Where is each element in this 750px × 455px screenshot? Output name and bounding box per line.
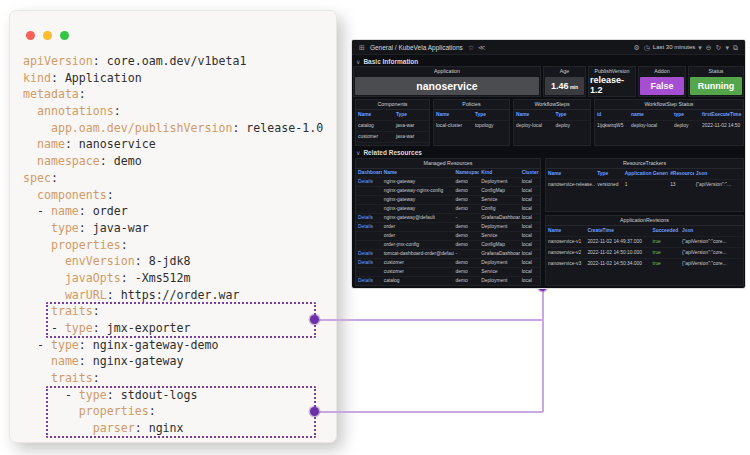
code-line: metadata: — [23, 86, 323, 103]
table-header-row: NameTypeApplication Generatio#ResourcesJ… — [546, 168, 743, 179]
breadcrumb[interactable]: General / KubeVela Applications — [370, 44, 463, 51]
section-title: Related Resources — [363, 149, 422, 156]
code-line: name: nanoservice — [23, 136, 323, 153]
stat-value: Running — [690, 77, 742, 95]
column-header[interactable]: Succeeded — [650, 226, 680, 236]
table-row: nanoservice-release...versioned113{"apiV… — [546, 179, 743, 190]
panel-title[interactable]: WorkflowSteps — [514, 100, 590, 109]
panel-title[interactable]: PublishVersion — [589, 67, 635, 74]
column-header[interactable]: Cluster ▴ — [520, 169, 540, 177]
display-icon[interactable]: ⧉ — [733, 44, 738, 51]
section-basic-information[interactable]: ∨ Basic Information — [356, 56, 418, 66]
details-link[interactable]: Details — [356, 259, 382, 267]
column-header[interactable]: Name — [434, 110, 473, 120]
column-header[interactable]: Type — [595, 169, 623, 179]
table-cell — [356, 187, 382, 195]
column-header[interactable]: CreateTime — [585, 226, 650, 236]
column-header[interactable]: Type — [394, 110, 429, 120]
panel-title[interactable]: Status — [689, 67, 743, 76]
column-header[interactable]: Type — [554, 110, 590, 120]
grafana-dashboard: ⊞ General / KubeVela Applications ☆ ≪ ⚙ … — [352, 40, 745, 288]
table-cell: nanoservice-release... — [546, 180, 595, 190]
table-cell: local — [520, 187, 540, 195]
stat-panel-status: Status Running — [688, 66, 744, 97]
chevron-down-icon[interactable]: ▾ — [698, 44, 702, 51]
table-cell: GrafanaDashboard — [479, 250, 519, 258]
panel-title[interactable]: Addon — [639, 67, 685, 76]
table-cell: 2022-11-02 14:50:34.000 — [585, 259, 650, 269]
table-header-row: NameType — [514, 109, 590, 120]
table-cell: local — [520, 250, 540, 258]
table-row: orderdemoServicelocal — [356, 231, 540, 240]
details-link[interactable]: Details — [356, 277, 382, 285]
column-header[interactable]: Application Generatio — [623, 169, 668, 179]
table-cell: local — [520, 214, 540, 222]
panel-title[interactable]: Application — [354, 67, 540, 76]
details-link[interactable]: Details — [356, 250, 382, 258]
refresh-icon[interactable]: ↻ — [716, 44, 722, 51]
column-header[interactable]: Name — [546, 169, 595, 179]
table-cell: catalog — [356, 121, 394, 131]
panel-title[interactable]: Policies — [434, 100, 509, 109]
table-header-row: NameCreateTimeSucceededJson — [546, 225, 743, 236]
maximize-window-icon[interactable] — [60, 31, 69, 40]
column-header[interactable]: firstExecuteTime — [700, 110, 743, 120]
table-row: DetailsorderdemoDeploymentlocal — [356, 222, 540, 231]
resource-trackers-panel: ResourceTrackers NameTypeApplication Gen… — [545, 158, 744, 212]
table-cell — [356, 241, 382, 249]
column-header[interactable]: Json — [680, 226, 743, 236]
table-row: nginx-gatewaydemoConfiglocal — [356, 204, 540, 213]
time-range-picker[interactable]: Last 30 minutes — [653, 44, 695, 50]
refresh-chevron-icon[interactable]: ▾ — [725, 44, 729, 51]
managed-resources-panel: Managed Resources DashboardNameNamespace… — [355, 158, 541, 286]
components-table: NameTypecatalogjava-warcustomerjava-waro… — [356, 109, 429, 146]
gear-icon[interactable]: ⚙ — [633, 44, 639, 51]
apps-grid-icon[interactable]: ⊞ — [359, 44, 365, 51]
column-header[interactable]: Name — [546, 226, 585, 236]
table-cell: local — [520, 268, 540, 276]
zoom-out-icon[interactable]: ⊖ — [706, 44, 712, 51]
stat-panel-publishversion: PublishVersion release-1.2 — [588, 66, 636, 97]
column-header[interactable]: Kind — [479, 169, 519, 177]
table-row: catalogdemoServicelocal — [356, 285, 540, 286]
panel-title[interactable]: Components — [356, 100, 429, 109]
table-cell: demo — [454, 187, 480, 195]
column-header[interactable]: id — [595, 110, 629, 120]
column-header[interactable]: Name — [514, 110, 554, 120]
code-line: apiVersion: core.oam.dev/v1beta1 — [23, 53, 323, 70]
table-cell: local-cluster — [434, 121, 473, 131]
column-header[interactable]: Dashboard — [356, 169, 382, 177]
minimize-window-icon[interactable] — [43, 31, 52, 40]
star-icon[interactable]: ☆ — [468, 44, 474, 51]
details-link[interactable]: Details — [356, 223, 382, 231]
share-icon[interactable]: ≪ — [478, 44, 485, 51]
table-cell: true — [650, 237, 680, 247]
details-link[interactable]: Details — [356, 214, 382, 222]
column-header[interactable]: #Resources — [668, 169, 694, 179]
column-header[interactable]: Json — [694, 169, 743, 179]
column-header[interactable]: name — [629, 110, 672, 120]
table-cell — [356, 268, 382, 276]
panel-title[interactable]: Managed Resources — [356, 159, 540, 168]
details-link[interactable]: Details — [356, 178, 382, 186]
table-cell: 2022-11-02 14:50:10.000 — [585, 248, 650, 258]
column-header[interactable]: type — [672, 110, 700, 120]
panel-title[interactable]: Age — [544, 67, 585, 76]
column-header[interactable]: Type — [473, 110, 509, 120]
section-related-resources[interactable]: ∨ Related Resources — [356, 147, 422, 157]
panel-title[interactable]: ApplicationRevisions — [546, 216, 743, 225]
column-header[interactable]: Namespace — [454, 169, 480, 177]
close-window-icon[interactable] — [26, 31, 35, 40]
table-cell: nanoservice-v2 — [546, 248, 585, 258]
table-row: customerdemoServicelocal — [356, 267, 540, 276]
table-cell: {"apiVersion":"core... — [680, 248, 743, 258]
collapse-caret-icon: ∨ — [356, 58, 360, 65]
panel-title[interactable]: WorkflowStep Status — [595, 100, 743, 109]
table-cell: deploy — [554, 121, 590, 131]
column-header[interactable]: Name — [382, 169, 454, 177]
clock-icon[interactable]: ◷ — [644, 44, 650, 51]
table-cell: Service — [479, 268, 519, 276]
managed-resources-table: DashboardNameNamespaceKindCluster ▴Detai… — [356, 168, 540, 286]
panel-title[interactable]: ResourceTrackers — [546, 159, 743, 168]
column-header[interactable]: Name — [356, 110, 394, 120]
